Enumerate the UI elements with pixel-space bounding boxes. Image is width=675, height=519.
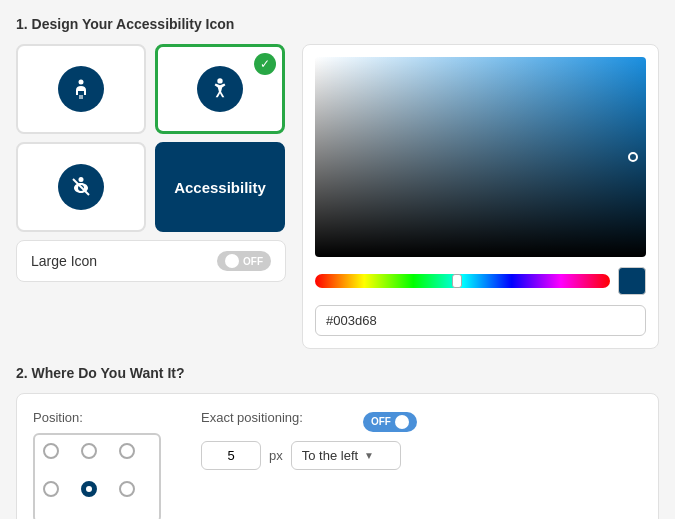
position-column: Position: bbox=[33, 410, 161, 519]
color-picker-wrapper bbox=[302, 44, 659, 349]
section-2-title: 2. Where Do You Want It? bbox=[16, 365, 659, 381]
icon-card-1[interactable] bbox=[16, 44, 146, 134]
exact-unit: px bbox=[269, 448, 283, 463]
selected-check: ✓ bbox=[254, 53, 276, 75]
exact-row: px To the left ▼ bbox=[201, 441, 417, 470]
icon-card-3[interactable] bbox=[16, 142, 146, 232]
toggle-off-label: OFF bbox=[243, 256, 263, 267]
section-1-title: 1. Design Your Accessibility Icon bbox=[16, 16, 659, 32]
pos-top-right[interactable] bbox=[119, 443, 135, 459]
icon-options-wrapper: ✓ bbox=[16, 44, 286, 349]
exact-value-input[interactable] bbox=[201, 441, 261, 470]
exact-toggle[interactable]: OFF bbox=[363, 412, 417, 432]
section-1: 1. Design Your Accessibility Icon bbox=[16, 16, 659, 349]
pos-bottom-left[interactable] bbox=[43, 481, 59, 497]
direction-value: To the left bbox=[302, 448, 358, 463]
gradient-handle[interactable] bbox=[628, 152, 638, 162]
large-icon-label: Large Icon bbox=[31, 253, 97, 269]
pos-bottom-right[interactable] bbox=[119, 481, 135, 497]
hue-bar[interactable] bbox=[315, 274, 610, 288]
color-gradient[interactable] bbox=[315, 57, 646, 257]
accessibility-btn-label: Accessibility bbox=[174, 179, 266, 196]
large-icon-row: Large Icon OFF bbox=[16, 240, 286, 282]
pos-bottom-center[interactable] bbox=[81, 481, 97, 497]
icon-card-4[interactable]: Accessibility bbox=[155, 142, 285, 232]
position-grid bbox=[33, 433, 161, 519]
svg-point-0 bbox=[79, 80, 84, 85]
chevron-down-icon: ▼ bbox=[364, 450, 374, 461]
icon-card-2[interactable]: ✓ bbox=[155, 44, 285, 134]
color-hex-input[interactable] bbox=[315, 305, 646, 336]
icon-grid: ✓ bbox=[16, 44, 286, 232]
pos-top-left[interactable] bbox=[43, 443, 59, 459]
color-swatch bbox=[618, 267, 646, 295]
hue-bar-row bbox=[315, 267, 646, 295]
accessibility-icon-1 bbox=[58, 66, 104, 112]
direction-select[interactable]: To the left ▼ bbox=[291, 441, 401, 470]
exact-header: Exact positioning: OFF bbox=[201, 410, 417, 433]
exact-toggle-label: OFF bbox=[371, 416, 391, 427]
section-2-content: Position: Exact positioning: O bbox=[16, 393, 659, 519]
section-2: 2. Where Do You Want It? Position: bbox=[16, 365, 659, 519]
svg-point-2 bbox=[79, 177, 84, 182]
accessibility-icon-2 bbox=[197, 66, 243, 112]
svg-point-1 bbox=[217, 78, 222, 83]
hue-handle[interactable] bbox=[452, 274, 462, 288]
position-label: Position: bbox=[33, 410, 161, 425]
pos-top-center[interactable] bbox=[81, 443, 97, 459]
large-icon-toggle[interactable]: OFF bbox=[217, 251, 271, 271]
accessibility-icon-3 bbox=[58, 164, 104, 210]
position-row: Position: Exact positioning: O bbox=[33, 410, 642, 519]
exact-label: Exact positioning: bbox=[201, 410, 303, 425]
exact-column: Exact positioning: OFF px To the left ▼ bbox=[201, 410, 417, 470]
